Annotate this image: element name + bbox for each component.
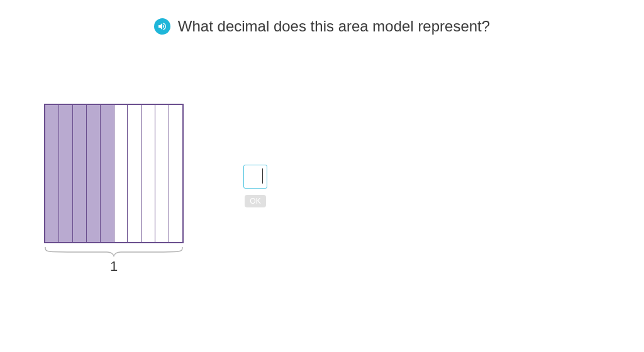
area-model-strip [169, 105, 182, 242]
area-model-strip [73, 105, 87, 242]
brace-label: 1 [110, 258, 118, 275]
brace [44, 246, 184, 257]
area-model-strip [155, 105, 169, 242]
audio-icon[interactable] [154, 18, 170, 35]
area-model-strip [114, 105, 128, 242]
area-model-strip [128, 105, 142, 242]
area-model-strip [87, 105, 101, 242]
area-model-strip [101, 105, 114, 242]
question-text: What decimal does this area model repres… [178, 18, 490, 35]
area-model-strip [59, 105, 73, 242]
question-row: What decimal does this area model repres… [0, 0, 644, 35]
text-cursor [262, 168, 264, 184]
area-model-wrapper: 1 [44, 104, 184, 275]
area-model-strip [142, 105, 155, 242]
answer-column: OK [243, 165, 267, 207]
speaker-icon [157, 21, 167, 31]
area-model-strip [45, 105, 59, 242]
answer-input[interactable] [243, 165, 267, 189]
ok-button[interactable]: OK [245, 195, 265, 207]
area-model [44, 104, 184, 243]
answer-input-wrap [243, 165, 267, 189]
content-area: 1 OK [44, 104, 267, 275]
